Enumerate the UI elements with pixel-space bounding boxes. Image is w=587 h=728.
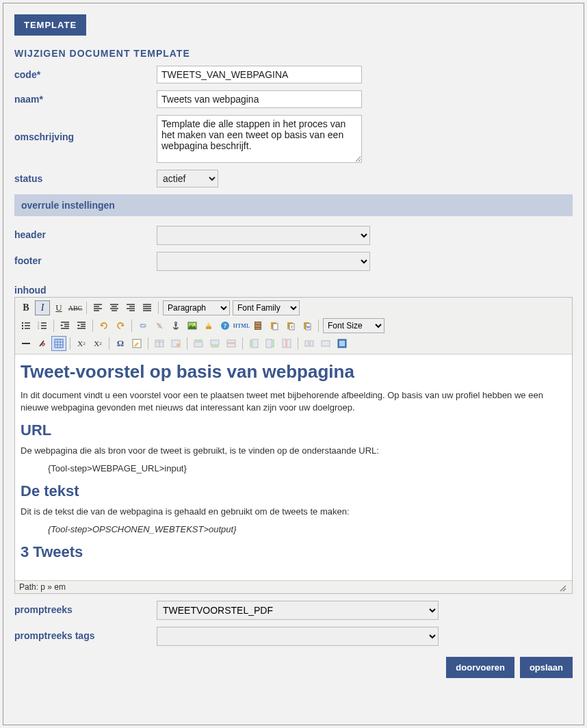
split-cells-button[interactable] bbox=[302, 336, 317, 351]
separator bbox=[318, 320, 319, 332]
row-before-button[interactable] bbox=[191, 336, 206, 351]
undo-button[interactable] bbox=[96, 318, 112, 333]
table-button[interactable] bbox=[152, 336, 167, 351]
help-button[interactable]: ? bbox=[218, 318, 233, 333]
col-after-button[interactable] bbox=[263, 336, 278, 351]
editor-content-area[interactable]: Tweet-voorstel op basis van webpagina In… bbox=[15, 354, 572, 580]
numbered-list-button[interactable]: 123 bbox=[35, 318, 50, 333]
align-center-button[interactable] bbox=[107, 300, 122, 315]
select-status[interactable]: actief bbox=[157, 170, 218, 187]
align-justify-button[interactable] bbox=[140, 300, 155, 315]
edit-button[interactable] bbox=[129, 336, 144, 351]
svg-rect-35 bbox=[252, 339, 258, 348]
subscript-button[interactable]: X2 bbox=[74, 336, 89, 351]
svg-rect-9 bbox=[206, 326, 211, 329]
anchor-button[interactable] bbox=[168, 318, 183, 333]
separator bbox=[109, 337, 109, 350]
html-button[interactable]: HTML bbox=[234, 318, 249, 333]
clean-button[interactable] bbox=[201, 318, 216, 333]
svg-rect-31 bbox=[211, 340, 219, 345]
select-header[interactable] bbox=[157, 226, 370, 245]
paste-button[interactable] bbox=[267, 318, 282, 333]
select-promptreeks-tags[interactable] bbox=[157, 627, 439, 646]
editor-path-text[interactable]: Path: p » em bbox=[19, 582, 66, 592]
input-code[interactable] bbox=[157, 66, 362, 83]
bullet-list-button[interactable] bbox=[18, 318, 34, 333]
italic-button[interactable]: I bbox=[35, 300, 50, 315]
row-code: code* bbox=[14, 66, 573, 83]
toolbar-row-1: B I U ABC Paragraph bbox=[18, 299, 569, 317]
strikethrough-button[interactable]: ABC bbox=[68, 300, 83, 315]
image-button[interactable] bbox=[185, 318, 200, 333]
label-header: header bbox=[14, 226, 157, 240]
row-after-button[interactable] bbox=[207, 336, 222, 351]
label-code: code* bbox=[14, 66, 157, 80]
unlink-button[interactable] bbox=[152, 318, 167, 333]
svg-rect-38 bbox=[272, 339, 274, 348]
col-delete-button[interactable] bbox=[279, 336, 294, 351]
svg-rect-37 bbox=[266, 339, 272, 348]
svg-rect-13 bbox=[255, 322, 261, 324]
svg-rect-14 bbox=[255, 325, 261, 327]
separator bbox=[298, 337, 298, 350]
content-placeholder-italic: {Tool-step>OPSCHONEN_WEBTEKST>output} bbox=[48, 523, 566, 536]
paste-word-button[interactable]: W bbox=[300, 318, 315, 333]
resize-handle-icon[interactable] bbox=[558, 584, 568, 592]
row-promptreeks: promptreeks TWEETVOORSTEL_PDF bbox=[14, 601, 573, 620]
align-left-button[interactable] bbox=[90, 300, 105, 315]
redo-button[interactable] bbox=[113, 318, 128, 333]
superscript-button[interactable]: X2 bbox=[90, 336, 105, 351]
show-blocks-button[interactable] bbox=[51, 336, 66, 351]
content-paragraph: Dit is de tekst die van de webpagina is … bbox=[21, 506, 566, 518]
label-inhoud: inhoud bbox=[14, 285, 573, 296]
table-props-button[interactable] bbox=[168, 336, 183, 351]
row-delete-button[interactable] bbox=[224, 336, 239, 351]
remove-format-button[interactable] bbox=[35, 336, 50, 351]
link-button[interactable] bbox=[135, 318, 151, 333]
align-right-button[interactable] bbox=[123, 300, 138, 315]
content-placeholder: {Tool-step>WEBPAGE_URL>input} bbox=[48, 463, 566, 475]
content-paragraph: In dit document vindt u een voorstel voo… bbox=[21, 389, 566, 413]
svg-rect-28 bbox=[177, 343, 180, 347]
svg-rect-41 bbox=[305, 341, 309, 346]
outdent-button[interactable] bbox=[57, 318, 73, 333]
media-button[interactable] bbox=[250, 318, 265, 333]
indent-button[interactable] bbox=[74, 318, 89, 333]
section-title: WIJZIGEN DOCUMENT TEMPLATE bbox=[14, 48, 573, 59]
select-promptreeks[interactable]: TWEETVOORSTEL_PDF bbox=[157, 601, 439, 620]
font-size-select[interactable]: Font Size bbox=[323, 318, 384, 333]
content-heading-tekst: De tekst bbox=[21, 482, 566, 500]
separator bbox=[187, 337, 187, 350]
textarea-omschrijving[interactable]: Template die alle stappen in het proces … bbox=[157, 115, 362, 163]
editor-toolbar: B I U ABC Paragraph bbox=[15, 298, 572, 354]
merge-cells-button[interactable] bbox=[318, 336, 333, 351]
select-footer[interactable] bbox=[157, 252, 370, 271]
format-select[interactable]: Paragraph bbox=[163, 300, 230, 315]
content-heading-1: Tweet-voorstel op basis van webpagina bbox=[21, 361, 566, 382]
svg-point-8 bbox=[194, 324, 196, 326]
opslaan-button[interactable]: opslaan bbox=[520, 657, 573, 678]
separator bbox=[158, 302, 159, 314]
svg-text:3: 3 bbox=[38, 326, 39, 330]
label-footer: footer bbox=[14, 252, 157, 266]
separator bbox=[148, 337, 148, 350]
col-before-button[interactable] bbox=[246, 336, 261, 351]
separator bbox=[242, 337, 243, 350]
row-header: header bbox=[14, 226, 573, 245]
svg-rect-15 bbox=[255, 328, 261, 329]
font-family-select[interactable]: Font Family bbox=[233, 300, 300, 315]
svg-point-1 bbox=[22, 325, 23, 326]
paste-text-button[interactable]: T bbox=[283, 318, 298, 333]
svg-rect-34 bbox=[227, 342, 235, 344]
bold-button[interactable]: B bbox=[18, 300, 34, 315]
input-naam[interactable] bbox=[157, 90, 362, 108]
svg-rect-32 bbox=[211, 346, 219, 348]
special-char-button[interactable]: Ω bbox=[113, 336, 128, 351]
template-button[interactable]: TEMPLATE bbox=[14, 14, 86, 36]
underline-button[interactable]: U bbox=[51, 300, 66, 315]
fullscreen-button[interactable] bbox=[335, 336, 350, 351]
doorvoeren-button[interactable]: doorvoeren bbox=[446, 657, 514, 678]
hr-button[interactable] bbox=[18, 336, 34, 351]
separator bbox=[86, 302, 87, 314]
row-omschrijving: omschrijving Template die alle stappen i… bbox=[14, 115, 573, 163]
